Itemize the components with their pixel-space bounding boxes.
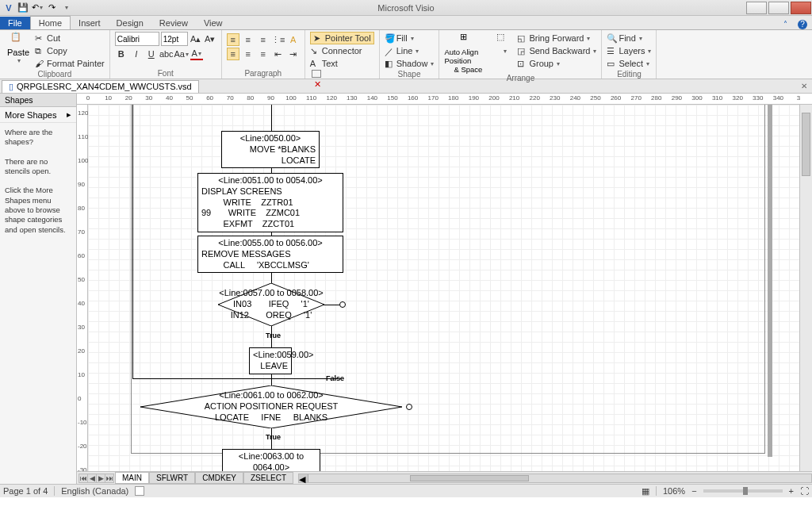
auto-align-button[interactable]: ⊞ Auto Align Position & Space: [444, 32, 492, 74]
horizontal-scrollbar[interactable]: ◀: [298, 474, 812, 483]
font-name-select[interactable]: [115, 32, 159, 46]
shrink-font-icon[interactable]: A▾: [204, 33, 216, 45]
font-color-button[interactable]: A▾: [190, 48, 203, 60]
align-top-button[interactable]: ≡: [227, 33, 239, 46]
sheet-last-button[interactable]: ⏭: [105, 474, 114, 483]
view-normal-icon[interactable]: ▦: [642, 486, 649, 497]
flowchart-process-node[interactable]: <Line:0051.00 to 0054.00> DISPLAY SCREEN…: [197, 173, 343, 232]
more-shapes-item[interactable]: More Shapes ▸: [0, 107, 76, 123]
paste-icon: 📋: [10, 32, 26, 48]
font-size-select[interactable]: [161, 32, 188, 46]
sheet-tab-main[interactable]: MAIN: [115, 472, 149, 484]
strikethrough-button[interactable]: abc: [160, 48, 173, 60]
redo-icon[interactable]: ↷: [46, 2, 57, 13]
flowchart-process-node[interactable]: <Line:0059.00> LEAVE: [249, 347, 292, 374]
select-button[interactable]: ▭Select▾: [607, 57, 649, 70]
align-center-button[interactable]: ≡: [242, 48, 255, 60]
tab-insert[interactable]: Insert: [71, 17, 109, 29]
node-header: <Line:0059.00>: [253, 350, 288, 361]
document-tab[interactable]: ▯ QRPGLESRC_XAN4CDEM_WWCUSTS.vsd: [2, 80, 199, 93]
paste-button[interactable]: 📋 Paste ▾: [5, 32, 32, 64]
status-language[interactable]: English (Canada): [61, 486, 128, 496]
layers-button[interactable]: ☰Layers▾: [607, 44, 651, 57]
fill-icon: 🪣: [385, 33, 394, 43]
flowchart-process-node[interactable]: <Line:0055.00 to 0056.00> REMOVE MESSAGE…: [197, 236, 343, 273]
copy-icon: ⧉: [35, 46, 44, 56]
text-direction-button[interactable]: A: [287, 33, 300, 46]
position-button[interactable]: ⬚ ▾: [495, 32, 514, 55]
window-minimize-button[interactable]: [746, 2, 767, 14]
vertical-scroll-thumb[interactable]: [802, 113, 810, 176]
sheet-tab-cmdkey[interactable]: CMDKEY: [195, 472, 243, 484]
shadow-button[interactable]: ◧Shadow▾: [385, 57, 435, 70]
vertical-scrollbar[interactable]: [799, 105, 812, 471]
align-left-button[interactable]: ≡: [227, 48, 239, 60]
underline-button[interactable]: U: [145, 48, 158, 60]
zoom-in-button[interactable]: +: [789, 486, 794, 496]
grow-font-icon[interactable]: A▴: [190, 33, 202, 45]
sheet-tab-sflwrt[interactable]: SFLWRT: [149, 472, 195, 484]
node-header: <Line:0057.00 to 0058.00>: [219, 288, 324, 299]
help-icon[interactable]: ?: [798, 20, 807, 29]
flowchart-decision-node[interactable]: <Line:0061.00 to 0062.00> ACTION POSITIO…: [140, 385, 402, 428]
title-bar: V 💾 ↶▾ ↷ ▾ Microsoft Visio: [0, 0, 812, 16]
sheet-tab-zselect[interactable]: ZSELECT: [243, 472, 293, 484]
qat-customize-icon[interactable]: ▾: [61, 2, 72, 13]
find-button[interactable]: 🔍Find▾: [607, 32, 642, 44]
decrease-indent-button[interactable]: ⇤: [272, 48, 285, 60]
main-area: Shapes More Shapes ▸ Where are the shape…: [0, 94, 812, 484]
tab-file[interactable]: File: [0, 17, 30, 29]
document-close-button[interactable]: ✕: [801, 82, 807, 90]
chevron-right-icon: ▸: [67, 109, 71, 120]
pointer-tool-button[interactable]: ➤Pointer Tool: [310, 32, 374, 44]
node-line: REMOVE MESSAGES: [201, 249, 339, 260]
line-label: Line: [396, 46, 413, 56]
italic-button[interactable]: I: [130, 48, 143, 60]
paragraph-group-label: Paragraph: [227, 69, 300, 79]
align-right-button[interactable]: ≡: [257, 48, 270, 60]
ribbon-minimize-icon[interactable]: ˄: [783, 20, 793, 29]
bring-forward-button[interactable]: ◱Bring Forward▾: [517, 32, 596, 44]
status-zoom[interactable]: 106%: [663, 486, 685, 496]
node-line: 99 WRITE ZZMC01: [201, 208, 339, 219]
window-maximize-button[interactable]: [768, 2, 789, 14]
text-tool-button[interactable]: AText: [310, 57, 338, 70]
flowchart-process-node[interactable]: <Line:0063.00 to 0064.00> MOVE ZEROS SFL…: [222, 449, 320, 471]
hscroll-left-button[interactable]: ◀: [299, 474, 308, 482]
connector-tool-button[interactable]: ↘Connector: [310, 44, 362, 57]
group-button[interactable]: ⊡Group▾: [517, 57, 596, 70]
tab-view[interactable]: View: [196, 17, 231, 29]
line-button[interactable]: ／Line▾: [385, 44, 419, 57]
send-backward-button[interactable]: ◲Send Backward▾: [517, 44, 596, 57]
align-middle-button[interactable]: ≡: [242, 33, 255, 46]
undo-icon[interactable]: ↶▾: [32, 2, 43, 13]
fill-button[interactable]: 🪣Fill▾: [385, 32, 414, 44]
tab-home[interactable]: Home: [30, 16, 71, 29]
increase-indent-button[interactable]: ⇥: [287, 48, 300, 60]
macro-record-icon[interactable]: [135, 486, 144, 496]
zoom-slider[interactable]: [703, 489, 783, 493]
zoom-out-button[interactable]: −: [691, 486, 696, 496]
node-line: WRITE ZZTR01: [201, 197, 339, 209]
flowchart-process-node[interactable]: <Line:0050.00> MOVE *BLANKS LOCATE: [221, 131, 320, 168]
save-icon[interactable]: 💾: [17, 2, 29, 13]
rectangle-tool-button[interactable]: [312, 70, 321, 78]
flowchart-decision-node[interactable]: <Line:0057.00 to 0058.00> IN03 IFEQ '1' …: [218, 283, 324, 326]
cut-button[interactable]: ✂Cut: [35, 32, 105, 44]
bullets-button[interactable]: ⋮≡: [272, 33, 285, 46]
case-button[interactable]: Aa▾: [175, 48, 188, 60]
format-painter-button[interactable]: 🖌Format Painter: [35, 57, 105, 70]
group-paragraph: ≡ ≡ ≡ ⋮≡ A ≡ ≡ ≡ ⇤ ⇥ Paragraph: [222, 30, 305, 79]
align-bottom-button[interactable]: ≡: [257, 33, 270, 46]
tab-design[interactable]: Design: [109, 17, 151, 29]
copy-button[interactable]: ⧉Copy: [35, 44, 105, 57]
window-close-button[interactable]: [791, 2, 811, 14]
pointer-icon: ➤: [313, 33, 323, 43]
select-icon: ▭: [607, 59, 616, 68]
horizontal-scroll-thumb[interactable]: [410, 475, 529, 481]
tab-review[interactable]: Review: [151, 17, 196, 29]
drawing-canvas[interactable]: <Line:0050.00> MOVE *BLANKS LOCATE <Line…: [88, 105, 799, 471]
delete-tool-button[interactable]: ✕: [312, 78, 324, 90]
fit-page-button[interactable]: ⛶: [800, 486, 809, 496]
bold-button[interactable]: B: [115, 48, 128, 60]
